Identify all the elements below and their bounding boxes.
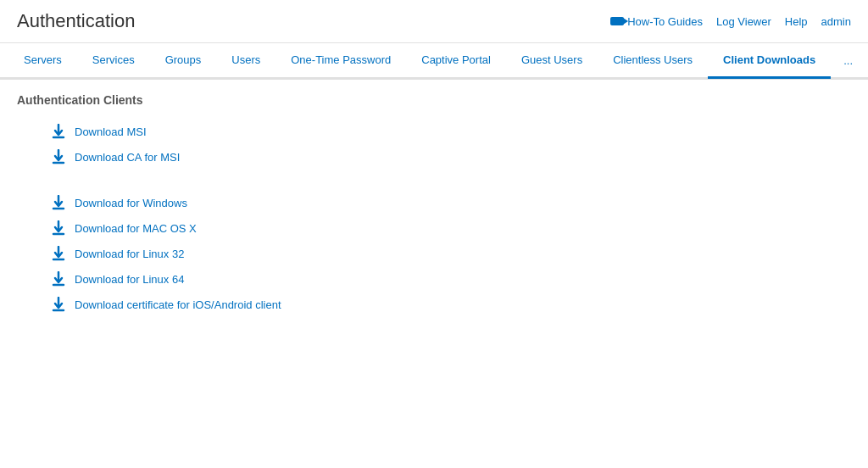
download-ca-for-msi[interactable]: Download CA for MSI [51, 144, 817, 170]
download-icon [51, 246, 66, 261]
camera-icon [610, 17, 624, 25]
download-list: Download MSI Download CA for MSI [17, 119, 851, 317]
separator [51, 176, 817, 190]
tab-services[interactable]: Services [77, 43, 150, 79]
download-linux32[interactable]: Download for Linux 32 [51, 241, 817, 266]
header-nav: How-To Guides Log Viewer Help admin [610, 15, 851, 28]
download-group-2: Download for Windows Download for MAC OS… [51, 190, 817, 317]
section-title: Authentication Clients [17, 93, 851, 107]
log-viewer-link[interactable]: Log Viewer [716, 15, 771, 28]
download-linux64[interactable]: Download for Linux 64 [51, 266, 817, 292]
download-group-1: Download MSI Download CA for MSI [51, 119, 817, 170]
download-windows[interactable]: Download for Windows [51, 190, 817, 215]
header: Authentication How-To Guides Log Viewer … [0, 0, 868, 43]
tab-captive-portal[interactable]: Captive Portal [406, 43, 506, 79]
tab-more-button[interactable]: ... [837, 44, 860, 77]
tab-clientless-users[interactable]: Clientless Users [598, 43, 708, 79]
page-title: Authentication [17, 10, 135, 32]
download-msi[interactable]: Download MSI [51, 119, 817, 144]
tab-users[interactable]: Users [216, 43, 275, 79]
tab-guest-users[interactable]: Guest Users [506, 43, 598, 79]
download-ios-android[interactable]: Download certificate for iOS/Android cli… [51, 292, 817, 317]
tab-groups[interactable]: Groups [150, 43, 217, 79]
download-icon [51, 271, 66, 287]
help-link[interactable]: Help [785, 15, 808, 28]
download-icon [51, 195, 66, 210]
how-to-guides-link[interactable]: How-To Guides [610, 15, 703, 28]
tabs-bar: Servers Services Groups Users One-Time P… [0, 43, 868, 79]
admin-link[interactable]: admin [821, 15, 851, 28]
main-content: Authentication Clients Download MSI [0, 80, 868, 337]
tab-one-time-password[interactable]: One-Time Password [275, 43, 406, 79]
download-icon [51, 297, 66, 312]
download-mac[interactable]: Download for MAC OS X [51, 215, 817, 241]
download-icon [51, 220, 66, 236]
tab-servers[interactable]: Servers [8, 43, 77, 79]
tab-client-downloads[interactable]: Client Downloads [708, 43, 831, 79]
download-icon [51, 124, 66, 139]
download-icon [51, 149, 66, 164]
